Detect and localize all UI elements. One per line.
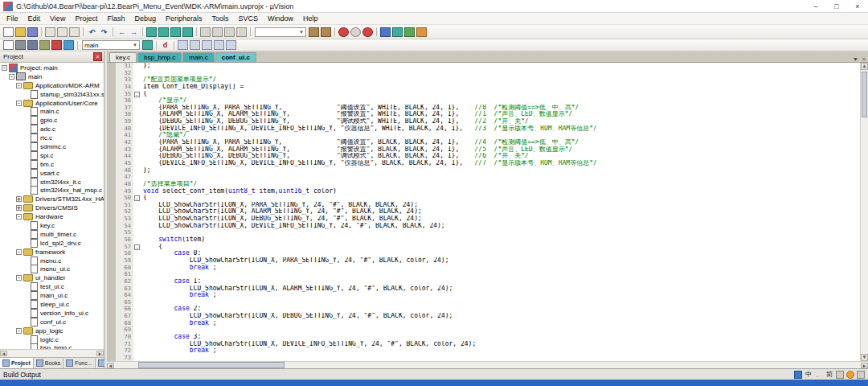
tree-item-main-ui-c[interactable]: main_ui.c <box>0 291 104 300</box>
code-line[interactable]: 47 <box>107 174 860 181</box>
code-line[interactable]: 59 LCD_ShowCharStr(ICON_X, PARA_SETTING_… <box>107 257 860 265</box>
tree-collapse-icon[interactable]: - <box>16 83 22 88</box>
nav-forward-icon[interactable]: → <box>129 27 139 37</box>
tree-item-drivers-stm32l4xx-hal[interactable]: +Drivers/STM32L4xx_HAL_ <box>0 195 104 203</box>
code-line[interactable]: 62 case 1: <box>107 278 860 285</box>
menu-file[interactable]: File <box>2 14 23 23</box>
tree-item-menu-c[interactable]: menu.c <box>0 257 104 265</box>
breakpoint-margin[interactable] <box>107 244 116 251</box>
breakpoint-margin[interactable] <box>107 97 116 105</box>
build-icon[interactable] <box>15 40 26 50</box>
breakpoint-margin[interactable] <box>107 181 116 188</box>
tree-item-application-user-core[interactable]: -Application/User/Core <box>0 99 104 108</box>
target-options-icon[interactable] <box>142 40 153 50</box>
code-line[interactable]: 32 <box>107 70 860 77</box>
paste-icon[interactable] <box>69 27 80 37</box>
functions-window-icon[interactable] <box>202 40 212 50</box>
menu-edit[interactable]: Edit <box>23 14 46 23</box>
tree-item-project-main[interactable]: -Project: main <box>0 64 104 72</box>
nav-back-icon[interactable]: ← <box>117 27 127 37</box>
code-line[interactable]: 70 case 3: <box>107 334 860 341</box>
breakpoint-margin[interactable] <box>107 292 116 299</box>
breakpoint-margin[interactable] <box>107 334 116 341</box>
panel-tab-func[interactable]: Func... <box>63 358 95 368</box>
code-line[interactable]: 49void select_conf_item(uint8_t item,uin… <box>107 188 860 195</box>
find-combobox[interactable]: ▼ <box>255 27 306 37</box>
tree-item-version-info-ui-c[interactable]: version_info_ui.c <box>0 309 104 318</box>
bookmark-next-icon[interactable] <box>170 27 181 37</box>
ime-logo-icon[interactable] <box>794 371 802 379</box>
breakpoint-margin[interactable] <box>107 105 116 112</box>
scroll-right-icon[interactable]: ► <box>96 351 104 356</box>
code-editor[interactable]: 31};3233/*配置页面菜单项显示*/34Item Conf_Item_Di… <box>107 63 860 361</box>
code-line[interactable]: 72 break ; <box>107 347 860 355</box>
flag-blue-icon[interactable] <box>380 27 391 37</box>
scroll-down-icon[interactable]: ▼ <box>861 354 868 361</box>
batch-build-icon[interactable] <box>39 40 50 50</box>
code-line[interactable]: 31}; <box>107 63 860 70</box>
tree-collapse-icon[interactable]: - <box>16 101 22 106</box>
code-line[interactable]: 57- { <box>107 244 860 251</box>
maximize-button[interactable]: □ <box>826 0 847 12</box>
breakpoint-margin[interactable] <box>107 326 116 334</box>
breakpoint-margin[interactable] <box>107 341 116 348</box>
books-window-icon[interactable] <box>190 40 200 50</box>
breakpoint-margin[interactable] <box>107 76 116 84</box>
breakpoint-margin[interactable] <box>107 63 116 70</box>
bookmark-clear-icon[interactable] <box>182 27 193 37</box>
code-line[interactable]: 34Item Conf_Item_Display[] = <box>107 84 860 91</box>
stop-build-icon[interactable] <box>51 40 62 50</box>
code-line[interactable]: 48/*选择菜单项目*/ <box>107 181 860 188</box>
project-window-icon[interactable] <box>178 40 188 50</box>
fold-collapse-icon[interactable]: - <box>134 195 140 201</box>
tree-item-stm32l4xx-it-c[interactable]: stm32l4xx_it.c <box>0 178 104 187</box>
tree-item-stm32l4xx-hal-msp-c[interactable]: stm32l4xx_hal_msp.c <box>0 186 104 195</box>
breakpoint-margin[interactable] <box>107 160 116 167</box>
flag-orange-icon[interactable] <box>416 27 427 37</box>
code-line[interactable]: 53 LCD_ShowCharStr(ICON_X, DEBUG_SETTING… <box>107 216 860 223</box>
tree-collapse-icon[interactable]: - <box>16 275 22 281</box>
project-hscrollbar[interactable]: ◄ ► <box>0 349 104 357</box>
tree-collapse-icon[interactable]: - <box>16 328 22 334</box>
menu-project[interactable]: Project <box>70 14 102 23</box>
tree-item-sdmmc-c[interactable]: sdmmc.c <box>0 142 104 151</box>
breakpoint-margin[interactable] <box>107 202 116 209</box>
code-line[interactable]: 37 {PARA_SETTING_X, PARA_SETTING_Y, "阈值设… <box>107 105 860 112</box>
fold-collapse-icon[interactable]: - <box>134 244 140 250</box>
ime-simplified-label[interactable]: 简 <box>825 371 833 379</box>
tree-item-hardware[interactable]: -Hardware <box>0 212 104 221</box>
ime-punctuation-label[interactable]: 、 <box>815 371 823 379</box>
menu-view[interactable]: View <box>45 14 70 23</box>
code-line[interactable]: 61 <box>107 271 860 278</box>
editor-tab-conf-ui-c[interactable]: conf_ui.c <box>215 52 256 62</box>
breakpoint-margin[interactable] <box>107 153 116 160</box>
code-line[interactable]: 45 {DEVICE_INFO_SETTING_X, DEVICE_INFO_S… <box>107 160 860 167</box>
source-browser-icon[interactable] <box>226 40 236 50</box>
breakpoint-margin[interactable] <box>107 188 116 195</box>
code-line[interactable]: 54 LCD_ShowCharStr(ICON_X, DEVICE_INFO_S… <box>107 223 860 230</box>
menu-svcs[interactable]: SVCS <box>234 14 264 23</box>
breakpoint-margin[interactable] <box>107 278 116 285</box>
cut-icon[interactable] <box>45 27 55 37</box>
fold-collapse-icon[interactable]: - <box>134 92 140 97</box>
editor-hscrollbar[interactable]: ◄ ► <box>107 361 868 368</box>
code-line[interactable]: 68 break ; <box>107 320 860 327</box>
debug-session-icon[interactable]: d <box>160 40 170 50</box>
minimize-button[interactable]: – <box>805 0 826 12</box>
editor-vscrollbar[interactable]: ▲ ▼ <box>860 63 868 361</box>
breakpoint-icon[interactable] <box>338 27 349 37</box>
code-line[interactable]: 55 <box>107 229 860 236</box>
code-line[interactable]: 69 <box>107 326 860 334</box>
tree-item-main[interactable]: -main <box>0 72 104 81</box>
tree-expand-icon[interactable]: + <box>16 196 22 202</box>
breakpoint-margin[interactable] <box>107 118 116 125</box>
code-line[interactable]: 51 LCD_ShowCharStr(ICON_X, PARA_SETTING_… <box>107 202 860 209</box>
panel-tab-project[interactable]: Project <box>0 358 34 368</box>
undo-icon[interactable]: ↶ <box>87 27 97 37</box>
breakpoint-margin[interactable] <box>107 208 116 216</box>
tree-item-application-mdk-arm[interactable]: -Application/MDK-ARM <box>0 81 104 90</box>
code-line[interactable]: 65 <box>107 299 860 306</box>
breakpoint-margin[interactable] <box>107 70 116 77</box>
uncomment-icon[interactable] <box>236 27 247 37</box>
breakpoint-margin[interactable] <box>107 236 116 244</box>
